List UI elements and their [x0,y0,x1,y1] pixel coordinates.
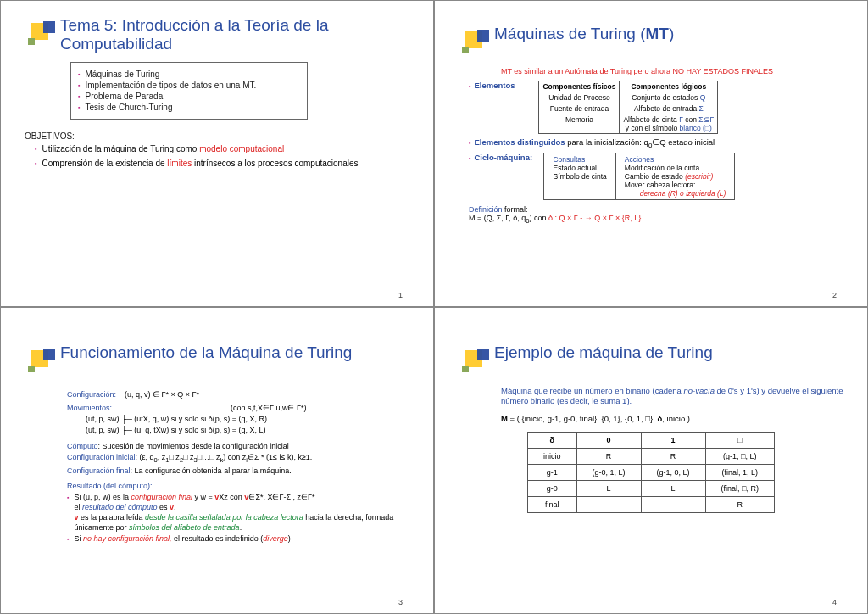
topic-item: Tesis de Church-Turing [78,103,300,112]
logo-icon [459,30,487,59]
components-table: Componentes físicosComponentes lógicos U… [538,81,718,134]
slide-3: Funcionamiento de la Máquina de Turing C… [0,307,434,614]
machine-definition: M = M = ( {inicio, g-1, g-0, final}, {0,… [501,414,843,423]
slide3-body: Configuración: (u, q, v) ∈ Γ* × Q × Γ* M… [67,389,409,544]
delta-table: δ01□ inicioRR(g-1, □, L) g-1(g-0, 1, L)(… [527,432,775,513]
objective-item: ▪Utilización de la máquina de Turing com… [35,144,409,154]
slide-title: Ejemplo de máquina de Turing [494,343,713,362]
objectives-label: OBJETIVOS: [25,131,409,141]
page-number: 2 [832,291,837,299]
topic-item: Implementación de tipos de datos en una … [78,81,300,90]
page-number: 1 [398,291,403,299]
slide-2: Máquinas de Turing (MT) MT es similar a … [434,0,868,307]
ciclo-row: ▪ Ciclo-máquina: Consultas Estado actual… [469,153,843,200]
distinguidos-row: ▪ Elementos distinguidos para la inicial… [469,137,843,149]
topics-box: Máquinas de Turing Implementación de tip… [70,62,308,120]
slide-title: Tema 5: Introducción a la Teoría de la C… [60,16,409,53]
objective-item: ▪Comprensión de la existencia de límites… [35,159,409,168]
cycle-table: Consultas Estado actual Símbolo de cinta… [543,153,735,200]
slide-1: Tema 5: Introducción a la Teoría de la C… [0,0,434,307]
topic-item: Máquinas de Turing [78,70,300,79]
topic-item: Problema de Parada [78,92,300,101]
slide-4: Ejemplo de máquina de Turing Máquina que… [434,307,868,614]
logo-icon [25,21,53,50]
slide-title: Máquinas de Turing (MT) [494,25,674,43]
definition: Definición formal: M = (Q, Σ, Γ, δ, q0) … [469,205,843,225]
page-number: 3 [398,598,403,606]
logo-icon [25,349,53,377]
logo-icon [459,349,487,377]
page-number: 4 [832,598,837,606]
slide-title: Funcionamiento de la Máquina de Turing [60,343,352,362]
elementos-row: ▪ Elementos Componentes físicosComponent… [469,81,843,134]
note-text: MT es similar a un Autómata de Turing pe… [501,67,843,75]
example-description: Máquina que recibe un número en binario … [501,386,843,407]
